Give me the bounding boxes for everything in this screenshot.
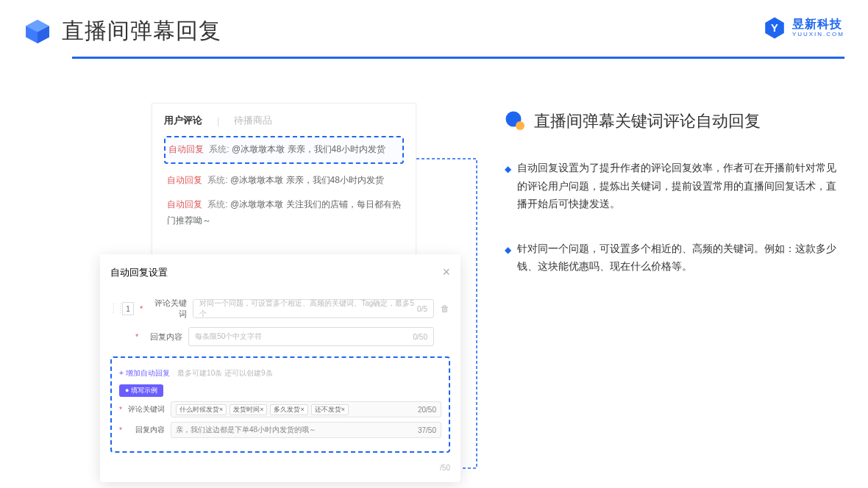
bullet-text-2: 针对同一个问题，可设置多个相近的、高频的关键词。例如：这款多少钱、这块能优惠吗、… [517,240,844,276]
ex-content-input[interactable]: 亲，我们这边都是下单48小时内发货的哦～ 37/50 [171,422,441,438]
comment-source: 系统: [207,175,227,185]
keyword-input[interactable]: 对同一个问题，可设置多个相近、高频的关键词。Tag确定，最多5个 0/5 [193,299,434,318]
tab-separator: | [217,115,219,126]
sequence-number: 1 [122,302,134,315]
content-count: 0/50 [413,333,427,341]
close-icon[interactable]: × [442,265,450,280]
required-icon: * [135,332,138,341]
keyword-tag[interactable]: 发货时间× [230,404,267,415]
keyword-tag[interactable]: 多久发货× [270,404,307,415]
content-label: 回复内容 [144,331,182,342]
tail-count: /50 [440,464,450,472]
section-title: 直播间弹幕关键词评论自动回复 [534,110,761,132]
ex-keyword-input[interactable]: 什么时候发货× 发货时间× 多久发货× 还不发货× 20/50 [171,401,441,417]
content-input[interactable]: 每条限50个中文字符 0/50 [188,327,434,346]
svg-point-5 [516,121,524,130]
comment-text: @冰墩墩本墩 亲亲，我们48小时内发货 [232,144,385,154]
comment-item: 自动回复 系统: @冰墩墩本墩 关注我们的店铺，每日都有热门推荐呦～ [164,193,404,233]
ex-keyword-label: 评论关键词 [128,404,165,415]
comment-item: 自动回复 系统: @冰墩墩本墩 亲亲，我们48小时内发货 [164,168,404,193]
keyword-count: 0/5 [417,305,427,313]
drag-handle-icon[interactable]: ⋮⋮⋮⋮ [110,304,116,314]
ex-content-label: 回复内容 [128,425,165,435]
diamond-icon: ◆ [505,162,511,213]
comments-panel: 用户评论 | 待播商品 自动回复 系统: @冰墩墩本墩 亲亲，我们48小时内发货… [152,103,416,256]
add-hint: 最多可建10条 还可以创建9条 [177,369,272,377]
keyword-tag[interactable]: 还不发货× [311,404,349,415]
keyword-placeholder: 对同一个问题，可设置多个相近、高频的关键词。Tag确定，最多5个 [199,298,417,319]
auto-reply-badge: 自动回复 [168,144,204,154]
bullet-text-1: 自动回复设置为了提升作者的评论回复效率，作者可在开播前针对常见的评论用户问题，提… [517,159,844,213]
tab-comments[interactable]: 用户评论 [164,114,202,127]
bubble-icon [505,110,527,132]
auto-reply-badge: 自动回复 [167,199,202,209]
ex-content-text: 亲，我们这边都是下单48小时内发货的哦～ [176,425,316,435]
keyword-tag[interactable]: 什么时候发货× [176,404,227,415]
content-placeholder: 每条限50个中文字符 [195,331,262,342]
comment-source: 系统: [207,199,227,209]
cube-icon [24,18,51,46]
page-title: 直播间弹幕回复 [62,16,221,46]
auto-reply-settings-modal: 自动回复设置 × ⋮⋮⋮⋮ 1 * 评论关键词 对同一个问题，可设置多个相近、高… [100,254,460,482]
comment-item: 自动回复 系统: @冰墩墩本墩 亲亲，我们48小时内发货 [164,136,404,164]
required-icon: * [119,426,122,434]
ex-content-count: 37/50 [418,426,436,434]
required-icon: * [140,304,143,313]
brand-cn: 昱新科技 [792,18,844,30]
tab-products[interactable]: 待播商品 [234,114,272,127]
modal-title: 自动回复设置 [110,266,168,279]
required-icon: * [119,406,122,414]
diamond-icon: ◆ [505,243,511,276]
delete-icon[interactable]: 🗑 [440,304,450,314]
brand-logo: Y 昱新科技 YUUXIN.COM [763,16,844,40]
example-pill: ● 填写示例 [119,384,163,397]
ex-keyword-count: 20/50 [418,406,436,414]
auto-reply-badge: 自动回复 [167,175,202,185]
svg-text:Y: Y [771,22,778,34]
example-section: + 增加自动回复 最多可建10条 还可以创建9条 ● 填写示例 * 评论关键词 … [110,356,450,453]
brand-en: YUUXIN.COM [792,32,844,37]
comment-text: @冰墩墩本墩 亲亲，我们48小时内发货 [230,175,384,185]
keyword-label: 评论关键词 [149,298,187,320]
add-auto-reply-link[interactable]: + 增加自动回复 [119,369,170,377]
comment-source: 系统: [209,144,229,154]
